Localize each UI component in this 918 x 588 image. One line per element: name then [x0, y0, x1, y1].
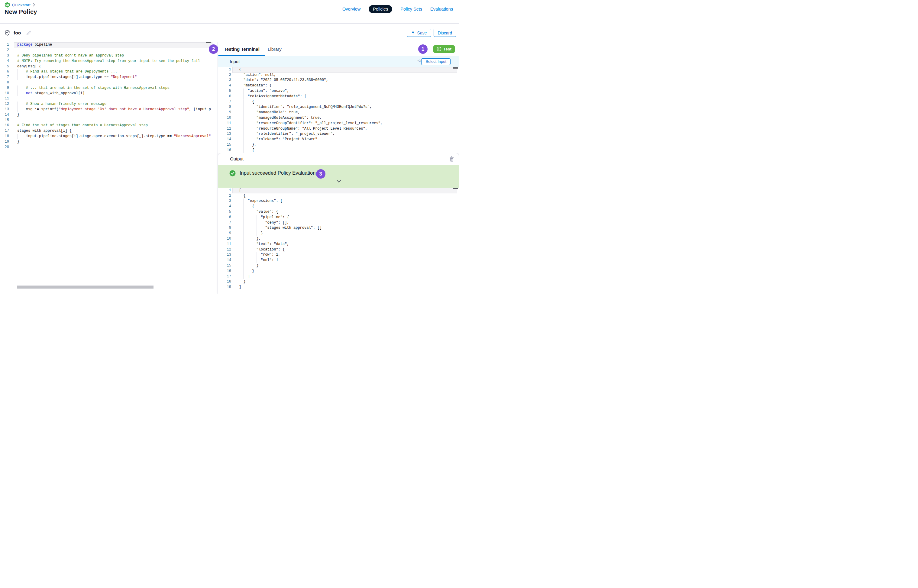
tab-library[interactable]: Library: [262, 42, 288, 56]
indent-guide: [252, 247, 252, 253]
indent-guide: [17, 107, 18, 112]
code-line: 11"text": "data",: [218, 242, 459, 247]
indent-guide: [239, 83, 239, 89]
code-line: 7input.pipeline.stages[i].stage.type == …: [0, 74, 218, 80]
code-line: 17]: [218, 274, 459, 279]
line-number: 3: [218, 78, 231, 83]
line-number: 2: [0, 48, 9, 53]
input-json-editor[interactable]: 1{2"action": null,3"date": "2022-05-05T2…: [218, 67, 459, 153]
code-line: 12# Show a human-friendly error message: [0, 102, 218, 107]
line-number: 13: [218, 131, 231, 137]
code-line: 8"identifier": "role_assignment_NsFQM43R…: [218, 105, 459, 110]
indent-guide: [243, 247, 244, 253]
indent-guide: [239, 199, 239, 204]
code-text: "roleIdentifier": "_project_viewer",: [257, 131, 335, 137]
code-line: 8"stages_with_approval": []: [218, 225, 459, 231]
code-line: 6"roleAssignmentMetadata": [: [218, 94, 459, 99]
indent-guide: [252, 220, 252, 226]
nav-evaluations[interactable]: Evaluations: [430, 5, 453, 13]
indent-guide: [248, 242, 248, 247]
indent-guide: [17, 91, 18, 96]
chevron-down-icon[interactable]: [336, 179, 341, 184]
code-text: # Show a human-friendly error message: [26, 102, 107, 107]
indent-guide: [243, 215, 244, 220]
indent-guide: [239, 220, 239, 226]
success-banner[interactable]: Input succeeded Policy Evaluation 3: [218, 165, 459, 188]
indent-guide: [248, 115, 248, 121]
save-button[interactable]: Save: [407, 29, 431, 37]
policy-code-editor[interactable]: 1package pipeline23# Deny pipelines that…: [0, 42, 218, 294]
indent-guide: [252, 115, 252, 121]
test-button[interactable]: Test: [433, 45, 455, 53]
output-json-editor[interactable]: 1[2{3"expressions": [4{5"value": {6"pipe…: [218, 187, 459, 294]
indent-guide: [239, 258, 239, 263]
edit-pencil-icon[interactable]: [26, 30, 32, 36]
code-text: "expressions": [: [248, 199, 283, 204]
nav-policy-sets[interactable]: Policy Sets: [400, 5, 422, 13]
line-number: 11: [0, 96, 9, 102]
discard-button[interactable]: Discard: [434, 29, 456, 37]
line-number: 3: [0, 53, 9, 59]
indent-guide: [248, 263, 248, 269]
code-text: package pipeline: [17, 42, 52, 48]
tab-testing-terminal[interactable]: Testing Terminal: [218, 42, 265, 56]
play-circle-icon: [436, 47, 441, 52]
indent-guide: [17, 74, 18, 80]
code-line: 19}: [0, 139, 218, 145]
code-text: "pipeline": {: [261, 215, 289, 220]
indent-guide: [248, 252, 248, 258]
indent-guide: [239, 263, 239, 269]
code-text: }: [17, 112, 19, 118]
code-text: "roleName": "Project Viewer": [257, 137, 318, 142]
policy-name: foo: [14, 30, 21, 36]
indent-guide: [243, 269, 244, 274]
line-number: 12: [218, 126, 231, 132]
code-text: # ... that are not in the set of stages …: [26, 86, 170, 91]
nav-overview[interactable]: Overview: [343, 5, 360, 13]
line-number: 8: [218, 225, 231, 231]
indent-guide: [239, 204, 239, 209]
success-message: Input succeeded Policy Evaluation: [240, 170, 315, 176]
indent-guide: [239, 193, 239, 199]
indent-guide: [257, 220, 257, 226]
indent-guide: [252, 236, 252, 242]
line-number: 10: [0, 91, 9, 96]
trash-icon[interactable]: [449, 156, 454, 162]
code-line: 5"action": "onsave",: [218, 89, 459, 94]
indent-guide: [239, 231, 239, 236]
check-circle-icon: [230, 170, 236, 178]
indent-guide: [243, 137, 244, 142]
line-number: 6: [218, 94, 231, 99]
nav-policies[interactable]: Policies: [368, 5, 392, 13]
indent-guide: [239, 225, 239, 231]
indent-guide: [243, 274, 244, 279]
horizontal-scrollbar-thumb[interactable]: [17, 286, 154, 289]
breadcrumb-quickstart-link[interactable]: Quickstart: [12, 3, 31, 7]
code-line: 20: [0, 145, 218, 150]
line-number: 7: [218, 99, 231, 105]
code-text: "resourceGroupIdentifier": "_all_project…: [257, 121, 383, 126]
save-label: Save: [417, 31, 427, 36]
indent-guide: [243, 142, 244, 148]
code-line: 2"action": null,: [218, 73, 459, 78]
code-line: 10"managedRoleAssignment": true,: [218, 115, 459, 121]
line-number: 16: [0, 123, 9, 128]
code-line: 1{: [218, 67, 459, 73]
code-line: 17stages_with_approval[i] {: [0, 128, 218, 134]
indent-guide: [243, 148, 244, 153]
select-input-button[interactable]: Select Input: [421, 58, 451, 65]
indent-guide: [252, 258, 252, 263]
line-number: 12: [218, 247, 231, 253]
indent-guide: [243, 252, 244, 258]
line-number: 9: [218, 110, 231, 115]
code-line: 3"expressions": [: [218, 199, 459, 204]
code-text: "col": 1: [261, 258, 278, 263]
line-number: 4: [0, 59, 9, 64]
code-text: "action": null,: [243, 73, 276, 78]
indent-guide: [243, 105, 244, 110]
code-text: # Find the set of stages that contain a …: [17, 123, 148, 128]
indent-guide: [252, 263, 252, 269]
indent-guide: [248, 142, 248, 148]
code-text: "stages_with_approval": []: [265, 225, 322, 231]
page-header: Quickstart New Policy Overview Policies …: [0, 0, 459, 24]
